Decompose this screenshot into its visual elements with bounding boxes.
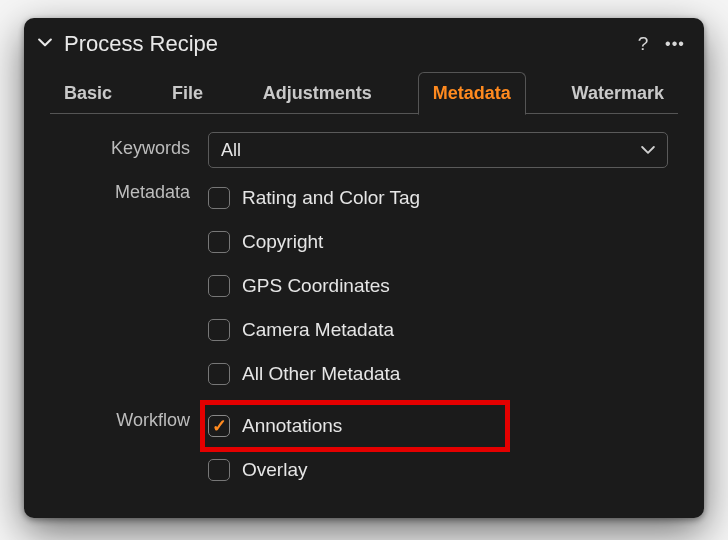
list-item: ✓Camera Metadata xyxy=(208,308,678,352)
keywords-value: All xyxy=(221,140,241,161)
keywords-row: Keywords All xyxy=(50,132,678,168)
process-recipe-panel: Process Recipe ? ••• BasicFileAdjustment… xyxy=(24,18,704,518)
tab-adjustments[interactable]: Adjustments xyxy=(249,73,386,114)
checkbox[interactable]: ✓ xyxy=(208,187,230,209)
checkbox-label: All Other Metadata xyxy=(242,363,400,385)
checkbox[interactable]: ✓ xyxy=(208,363,230,385)
list-item: ✓All Other Metadata xyxy=(208,352,678,396)
checkbox-label: Annotations xyxy=(242,415,342,437)
checkbox[interactable]: ✓ xyxy=(208,275,230,297)
workflow-label: Workflow xyxy=(50,404,208,431)
chevron-down-icon xyxy=(38,34,52,55)
panel-header: Process Recipe ? ••• xyxy=(24,18,704,70)
list-item: ✓Overlay xyxy=(208,448,678,492)
checkbox[interactable]: ✓ xyxy=(208,319,230,341)
tab-metadata[interactable]: Metadata xyxy=(418,72,526,115)
metadata-tab-content: Keywords All Metadata ✓Rating and Color … xyxy=(24,114,704,518)
checkbox-label: Rating and Color Tag xyxy=(242,187,420,209)
panel-title: Process Recipe xyxy=(64,31,218,57)
checkbox-label: Camera Metadata xyxy=(242,319,394,341)
checkbox-label: Overlay xyxy=(242,459,307,481)
checkbox-label: GPS Coordinates xyxy=(242,275,390,297)
list-item: ✓Rating and Color Tag xyxy=(208,176,678,220)
chevron-down-icon xyxy=(641,140,655,161)
help-icon: ? xyxy=(638,33,649,55)
check-icon: ✓ xyxy=(212,417,227,435)
collapse-toggle[interactable] xyxy=(34,33,56,55)
tab-basic[interactable]: Basic xyxy=(50,73,126,114)
checkbox[interactable]: ✓ xyxy=(208,459,230,481)
checkbox[interactable]: ✓ xyxy=(208,231,230,253)
more-button[interactable]: ••• xyxy=(662,31,688,57)
workflow-options: ✓Annotations✓Overlay xyxy=(208,404,678,492)
list-item: ✓Copyright xyxy=(208,220,678,264)
keywords-dropdown[interactable]: All xyxy=(208,132,668,168)
tab-watermark[interactable]: Watermark xyxy=(558,73,678,114)
checkbox[interactable]: ✓ xyxy=(208,415,230,437)
metadata-options: ✓Rating and Color Tag✓Copyright✓GPS Coor… xyxy=(208,176,678,396)
help-button[interactable]: ? xyxy=(630,31,656,57)
list-item: ✓Annotations xyxy=(208,404,678,448)
tab-file[interactable]: File xyxy=(158,73,217,114)
metadata-label: Metadata xyxy=(50,176,208,203)
checkbox-label: Copyright xyxy=(242,231,323,253)
keywords-label: Keywords xyxy=(50,132,208,159)
workflow-row: Workflow ✓Annotations✓Overlay xyxy=(50,404,678,492)
list-item: ✓GPS Coordinates xyxy=(208,264,678,308)
more-icon: ••• xyxy=(665,35,685,53)
tab-bar: BasicFileAdjustmentsMetadataWatermark xyxy=(24,70,704,114)
metadata-row: Metadata ✓Rating and Color Tag✓Copyright… xyxy=(50,176,678,396)
